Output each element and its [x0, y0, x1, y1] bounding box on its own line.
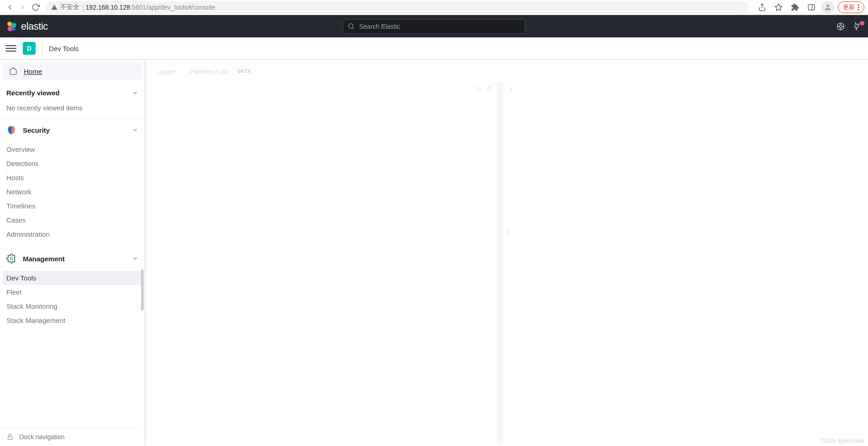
sub-header: D Dev Tools — [0, 37, 868, 60]
wrench-icon[interactable] — [486, 86, 492, 92]
address-bar[interactable]: 不安全 | 192.168.10.128:5601/app/dev_tools#… — [46, 1, 748, 14]
search-input[interactable] — [359, 23, 520, 30]
side-nav: Home Recently viewed No recently viewed … — [0, 60, 145, 446]
editor-gutter[interactable] — [497, 83, 503, 443]
app-header: elastic — [0, 15, 868, 37]
request-pane[interactable] — [145, 83, 497, 443]
sidebar-item-dev-tools[interactable]: Dev Tools — [3, 271, 142, 285]
recently-viewed-title: Recently viewed — [6, 89, 60, 97]
svg-point-4 — [858, 4, 859, 5]
security-items: Overview Detections Hosts Network Timeli… — [0, 140, 145, 248]
chevron-down-icon — [132, 127, 138, 133]
scrollbar-thumb[interactable] — [141, 270, 144, 311]
svg-point-6 — [858, 9, 859, 10]
header-actions — [836, 22, 863, 31]
svg-line-12 — [352, 27, 354, 29]
global-search — [343, 19, 525, 34]
svg-point-10 — [12, 28, 16, 31]
tab-grok-debugger[interactable]: ugger — [158, 67, 175, 75]
dock-label: Dock navigation — [19, 433, 65, 441]
update-button[interactable]: 更新 — [838, 1, 864, 13]
svg-point-14 — [839, 25, 842, 28]
gear-icon — [6, 254, 16, 264]
management-header[interactable]: Management — [0, 248, 145, 269]
sidebar-item-stack-management[interactable]: Stack Management — [3, 313, 142, 327]
chevron-down-icon — [132, 90, 138, 96]
elastic-logo-text: elastic — [21, 21, 48, 32]
app-badge[interactable]: D — [23, 42, 36, 55]
sidebar-item-fleet[interactable]: Fleet — [3, 285, 142, 299]
search-icon — [348, 23, 355, 30]
profile-avatar-icon[interactable] — [821, 1, 834, 14]
line-number: 1 — [503, 83, 517, 443]
content-area: ugger Painless Lab BETA 1 || — [145, 60, 868, 446]
svg-rect-20 — [8, 436, 12, 440]
forward-button[interactable] — [16, 1, 29, 14]
console-editor: 1 || — [145, 83, 855, 443]
play-icon[interactable] — [476, 86, 482, 92]
notification-dot — [860, 21, 864, 26]
dock-navigation-button[interactable]: Dock navigation — [0, 427, 145, 446]
security-title: Security — [23, 126, 50, 134]
browser-actions: 更新 — [756, 1, 864, 14]
sidebar-item-network[interactable]: Network — [3, 185, 142, 199]
extensions-icon[interactable] — [789, 1, 801, 14]
browser-toolbar: 不安全 | 192.168.10.128:5601/app/dev_tools#… — [0, 0, 868, 15]
svg-point-9 — [8, 26, 13, 31]
svg-point-5 — [858, 6, 859, 8]
security-header[interactable]: Security — [0, 119, 145, 140]
warning-icon — [51, 4, 58, 10]
divider — [42, 42, 42, 55]
no-recent-label: No recently viewed items — [0, 101, 145, 119]
url-text: 192.168.10.128:5601/app/dev_tools#/conso… — [86, 4, 215, 11]
share-icon[interactable] — [756, 1, 769, 14]
not-secure-indicator: 不安全 | — [51, 3, 84, 11]
back-button[interactable] — [4, 1, 16, 14]
management-items: Dev Tools Fleet Stack Monitoring Stack M… — [0, 269, 145, 334]
update-label: 更新 — [843, 3, 855, 11]
svg-rect-2 — [808, 5, 815, 10]
sidebar-item-hosts[interactable]: Hosts — [3, 171, 142, 185]
sidebar-item-home[interactable]: Home — [3, 62, 142, 80]
kebab-icon — [858, 4, 859, 10]
sidebar-item-cases[interactable]: Cases — [3, 213, 142, 227]
tabs-row: ugger Painless Lab BETA — [145, 60, 868, 83]
help-icon[interactable] — [836, 22, 845, 31]
home-icon — [9, 67, 17, 75]
lock-open-icon — [6, 433, 14, 441]
response-pane[interactable]: 1 — [503, 83, 856, 443]
nav-toggle-button[interactable] — [5, 43, 16, 54]
sidebar-item-administration[interactable]: Administration — [3, 227, 142, 241]
resize-handle[interactable]: || — [507, 228, 508, 236]
main-area: Home Recently viewed No recently viewed … — [0, 60, 868, 446]
side-panel-icon[interactable] — [805, 1, 818, 14]
svg-point-19 — [10, 257, 13, 260]
elastic-logo[interactable]: elastic — [5, 21, 48, 32]
recently-viewed-header[interactable]: Recently viewed — [0, 83, 145, 101]
newsfeed-icon[interactable] — [853, 22, 863, 31]
sidebar-item-overview[interactable]: Overview — [3, 142, 142, 156]
sidebar-item-detections[interactable]: Detections — [3, 156, 142, 171]
sidebar-item-stack-monitoring[interactable]: Stack Monitoring — [3, 299, 142, 313]
breadcrumb: Dev Tools — [49, 45, 79, 52]
not-secure-label: 不安全 — [60, 3, 79, 11]
chevron-down-icon — [132, 255, 138, 262]
bookmark-star-icon[interactable] — [772, 1, 785, 14]
home-label: Home — [24, 67, 42, 75]
svg-marker-21 — [476, 87, 480, 92]
watermark: CSDN @xkmolod — [821, 438, 863, 444]
svg-point-11 — [349, 24, 353, 28]
management-title: Management — [23, 255, 65, 263]
nav-scroll[interactable]: Home Recently viewed No recently viewed … — [0, 60, 145, 427]
sidebar-item-timelines[interactable]: Timelines — [3, 199, 142, 213]
svg-marker-1 — [775, 4, 782, 10]
elastic-logo-icon — [5, 21, 17, 32]
editor-actions — [476, 86, 492, 92]
search-box[interactable] — [343, 19, 525, 34]
reload-button[interactable] — [29, 1, 42, 14]
tab-painless-lab[interactable]: Painless Lab — [189, 67, 228, 75]
beta-badge: BETA — [233, 67, 256, 75]
security-icon — [6, 125, 16, 135]
